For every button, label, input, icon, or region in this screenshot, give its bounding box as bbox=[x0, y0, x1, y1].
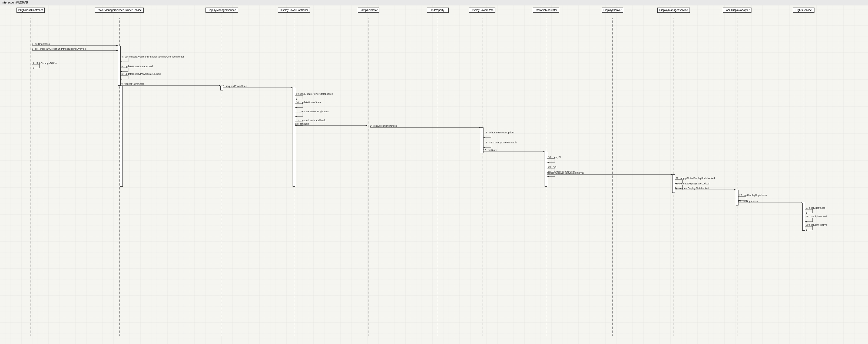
msg-label-7: 7 : requestPowerState bbox=[120, 82, 145, 85]
msg-label-11: 11 : animateScreenBrightness bbox=[296, 110, 329, 113]
msg-label-19: 19 : run bbox=[548, 166, 557, 168]
participant-box-ip: IniProperty bbox=[427, 7, 448, 13]
participant-box-dpc: DisplayPowerController bbox=[278, 7, 310, 13]
participant-box-dps: DisplayPowerState bbox=[469, 7, 495, 13]
participant-ls: LightsService bbox=[787, 7, 820, 13]
participant-box-pmbs: PowerManagerService.BinderService bbox=[95, 7, 144, 13]
participant-box-dms2: DisplayManagerService bbox=[657, 7, 690, 13]
participant-dms2: DisplayManagerService bbox=[657, 7, 690, 13]
participant-bc: BrightnessController bbox=[14, 7, 47, 13]
activation-dms1 bbox=[220, 85, 223, 91]
participant-box-lda: LocalDisplayAdapter bbox=[723, 7, 751, 13]
msg-label-12: 12 : postAnimationCallback bbox=[296, 119, 326, 122]
msg-label-6: 6 : updateDisplayPowerStateLocked bbox=[121, 73, 161, 75]
participant-db: DisplayBlanker bbox=[596, 7, 629, 13]
msg-label-14: 14 : setScreenBrightness bbox=[370, 125, 397, 127]
participant-box-ra: RampAnimator bbox=[358, 7, 380, 13]
msg-label-2: 2 : setTemporaryScreenBrightnessSettingO… bbox=[32, 47, 86, 50]
lifeline-dps bbox=[482, 19, 483, 336]
activation-ls bbox=[802, 203, 805, 231]
msg-label-28: 28 : setLightLocked bbox=[806, 215, 827, 218]
participant-box-pm: PhotonicModulator bbox=[533, 7, 559, 13]
msg-label-27: 27 : setBrightness bbox=[806, 207, 825, 209]
activation-dms2 bbox=[672, 174, 675, 193]
participant-dps: DisplayPowerState bbox=[466, 7, 498, 13]
participant-box-db: DisplayBlanker bbox=[602, 7, 624, 13]
msg-label-25: 25 : setDisplayBrightness bbox=[739, 194, 767, 197]
msg-label-1: 1 : setBrightness bbox=[32, 43, 50, 45]
msg-label-23: 23 : updateDisplayStateLocked bbox=[676, 182, 710, 185]
lifeline-ip bbox=[438, 19, 438, 336]
activation-pm bbox=[545, 152, 547, 186]
diagram-area: BrightnessControllerPowerManagerService.… bbox=[0, 5, 868, 344]
participant-dms1: DisplayManagerService bbox=[206, 7, 238, 13]
msg-label-18: 18 : notifyAll bbox=[548, 156, 561, 159]
activation-pmbs bbox=[120, 85, 123, 186]
activation-dps bbox=[481, 128, 484, 153]
msg-label-21: requestGlobalDisplayStateInternal bbox=[547, 171, 584, 174]
msg-label-15: 15 : scheduleScreenUpdate bbox=[484, 131, 514, 134]
msg-label-29: 29 : setLight_native bbox=[806, 223, 827, 226]
title-text: Interaction 亮度调节 bbox=[2, 1, 28, 5]
msg-label-22: 22 : applyGlobalDisplayStateLocked bbox=[676, 177, 715, 179]
participant-dpc: DisplayPowerController bbox=[278, 7, 310, 13]
msg-label-9: 9 : sendUpdatePowerStateLocked bbox=[296, 93, 333, 95]
msg-label-8: 8 : requestPowerState bbox=[223, 85, 247, 88]
msg-label-24: 24 : requestDisplayStateLocked bbox=[675, 187, 709, 190]
lifeline-ra bbox=[369, 19, 369, 336]
activation-pmbs bbox=[118, 46, 121, 85]
msg-label-3: 3 : setTemporaryScreenBrightnessSettingO… bbox=[121, 55, 184, 58]
lifeline-dms1 bbox=[222, 19, 222, 336]
msg-label-16: 16 : mScreenUpdateRunnable bbox=[484, 141, 517, 144]
participant-ra: RampAnimator bbox=[352, 7, 385, 13]
participant-ip: IniProperty bbox=[422, 7, 454, 13]
participant-box-dms1: DisplayManagerService bbox=[206, 7, 238, 13]
participant-pmbs: PowerManagerService.BinderService bbox=[103, 7, 135, 13]
msg-label-4: 4 : 更新Settings数据库 bbox=[33, 62, 57, 65]
msg-label-5: 5 : updatePowerStateLocked bbox=[121, 65, 153, 68]
title-bar: Interaction 亮度调节 bbox=[0, 0, 868, 5]
participant-lda: LocalDisplayAdapter bbox=[721, 7, 753, 13]
participant-pm: PhotonicModulator bbox=[530, 7, 562, 13]
activation-dpc bbox=[292, 88, 295, 186]
activation-lda bbox=[736, 190, 739, 205]
msg-label-26: 26 : setBrightness bbox=[738, 200, 758, 203]
msg-label-13: 13 : setValue bbox=[295, 123, 309, 125]
participant-box-ls: LightsService bbox=[793, 7, 814, 13]
lifeline-ls bbox=[804, 19, 804, 336]
participant-box-bc: BrightnessController bbox=[17, 7, 45, 13]
msg-label-17: 17 : setState bbox=[483, 149, 497, 151]
msg-label-10: 10 : updatePowerState bbox=[296, 101, 321, 104]
